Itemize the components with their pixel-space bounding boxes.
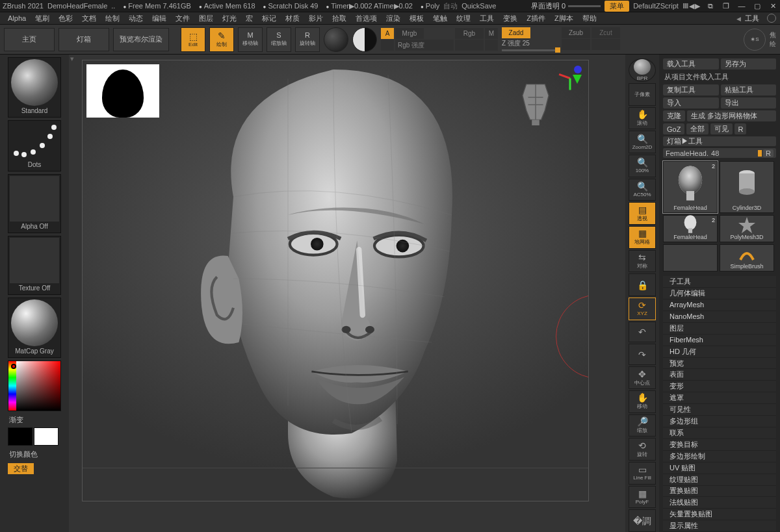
sv-gradient[interactable] bbox=[16, 361, 60, 411]
menu-render[interactable]: 渲染 bbox=[382, 12, 404, 25]
sub-visibility[interactable]: 可见性 bbox=[663, 404, 776, 416]
menu-file[interactable]: 文件 bbox=[172, 12, 194, 25]
menu-light[interactable]: 灯光 bbox=[218, 12, 240, 25]
local-sym-button[interactable]: ⇆对称 bbox=[629, 250, 656, 273]
sub-preview[interactable]: 预览 bbox=[663, 358, 776, 370]
main-color-swatch[interactable] bbox=[8, 427, 32, 446]
export-button[interactable]: 导出 bbox=[721, 97, 777, 108]
zoom2d-button[interactable]: 🔍Zoom2D bbox=[629, 131, 656, 153]
gradient-label[interactable]: 渐变 bbox=[8, 414, 66, 425]
load-tool-button[interactable]: 载入工具 bbox=[663, 58, 719, 70]
sub-subtool[interactable]: 子工具 bbox=[663, 276, 776, 288]
tool-slot-empty[interactable] bbox=[663, 244, 718, 272]
tool-polymesh3d[interactable]: PolyMesh3D bbox=[720, 215, 774, 242]
sub-nanomesh[interactable]: NanoMesh bbox=[663, 311, 776, 323]
sub-masking[interactable]: 遮罩 bbox=[663, 392, 776, 404]
actual-size-button[interactable]: 🔍100% bbox=[629, 155, 656, 177]
sub-arraymesh[interactable]: ArrayMesh bbox=[663, 299, 776, 311]
stroke-picker[interactable]: Dots bbox=[8, 120, 61, 171]
sub-uvmap[interactable]: UV 贴图 bbox=[663, 462, 776, 474]
menu-picker[interactable]: 拾取 bbox=[328, 12, 350, 25]
home-tab[interactable]: 主页 bbox=[4, 28, 55, 51]
sub-surface[interactable]: 表面 bbox=[663, 369, 776, 381]
menu-transform[interactable]: 变换 bbox=[499, 12, 521, 25]
overlap-icon[interactable]: ❐ bbox=[722, 1, 731, 10]
sub-texturemap[interactable]: 纹理贴图 bbox=[663, 474, 776, 486]
copy-tool-button[interactable]: 复制工具 bbox=[663, 84, 719, 95]
sub-contact[interactable]: 联系 bbox=[663, 427, 776, 439]
xyz-button[interactable]: ⟳XYZ bbox=[629, 298, 656, 320]
alpha-picker[interactable]: Alpha Off bbox=[8, 174, 61, 233]
tool-femalehead-2[interactable]: 2 FemaleHead bbox=[663, 215, 718, 242]
zcut-button[interactable]: Zcut bbox=[592, 27, 620, 38]
menu-texture[interactable]: 纹理 bbox=[452, 12, 474, 25]
live-boolean-tab[interactable]: 预览布尔渲染 bbox=[113, 28, 169, 51]
sub-fibermesh[interactable]: FiberMesh bbox=[663, 335, 776, 346]
viewport[interactable] bbox=[82, 60, 589, 501]
goz-r-button[interactable]: R bbox=[734, 123, 746, 134]
import-button[interactable]: 导入 bbox=[663, 97, 719, 108]
rot-left-button[interactable]: ↶ bbox=[629, 322, 656, 343]
load-from-project-label[interactable]: 从项目文件载入工具 bbox=[663, 71, 776, 82]
goz-button[interactable]: GoZ bbox=[663, 123, 684, 134]
quicksave-button[interactable]: QuickSave bbox=[462, 2, 496, 10]
sub-morph[interactable]: 变换目标 bbox=[663, 439, 776, 451]
menu-zscript[interactable]: Z脚本 bbox=[551, 12, 577, 25]
reference-thumbnail[interactable] bbox=[86, 64, 159, 118]
move-mode-button[interactable]: M移动轴 bbox=[238, 27, 263, 52]
clone-button[interactable]: 克隆 bbox=[663, 110, 685, 121]
edit-mode-button[interactable]: ⬚Edit bbox=[181, 27, 205, 52]
menu-marker[interactable]: 标记 bbox=[258, 12, 280, 25]
dock-icon[interactable]: ⧉ bbox=[706, 1, 715, 10]
bpr-button[interactable]: BPR bbox=[629, 58, 656, 82]
default-zscript[interactable]: DefaultZScript bbox=[633, 2, 679, 10]
menu-layer[interactable]: 图层 bbox=[195, 12, 217, 25]
mrgb-button[interactable]: Mrgb bbox=[395, 28, 424, 39]
menu-color[interactable]: 色彩 bbox=[55, 12, 77, 25]
goz-visible-button[interactable]: 可见 bbox=[710, 123, 733, 134]
rgb-button[interactable]: Rgb bbox=[455, 28, 484, 39]
tool-name-slider[interactable]: FemaleHead. 48 R bbox=[663, 148, 776, 158]
frame-button[interactable]: ✥中心点 bbox=[629, 366, 656, 389]
lightbox-tab[interactable]: 灯箱 bbox=[58, 28, 109, 51]
panel-cycle-button[interactable] bbox=[767, 14, 776, 23]
make-polymesh-button[interactable]: 生成 多边形网格物体 bbox=[687, 110, 776, 121]
ui-transparency-slider[interactable]: 界面透明 0 bbox=[531, 1, 601, 11]
sub-layers[interactable]: 图层 bbox=[663, 323, 776, 335]
spin-view-button[interactable]: ⟲旋转 bbox=[629, 438, 656, 461]
zsub-button[interactable]: Zsub bbox=[562, 27, 590, 38]
draw-mode-button[interactable]: ✎绘制 bbox=[209, 27, 234, 52]
tool-cylinder3d[interactable]: Cylinder3D bbox=[720, 161, 774, 213]
brush-settings-icon[interactable]: ✶S bbox=[744, 29, 766, 51]
menu-movie[interactable]: 影片 bbox=[305, 12, 327, 25]
paste-tool-button[interactable]: 粘贴工具 bbox=[721, 84, 777, 95]
menu-document[interactable]: 文档 bbox=[78, 12, 100, 25]
swap-button[interactable]: 交替 bbox=[8, 463, 34, 474]
rot-right-button[interactable]: ↷ bbox=[629, 344, 656, 365]
move-view-button[interactable]: ✋移动 bbox=[629, 390, 656, 413]
sub-vector-disp[interactable]: 矢量置换贴图 bbox=[663, 509, 776, 520]
minimize-icon[interactable]: — bbox=[737, 1, 746, 10]
menu-stroke[interactable]: 笔触 bbox=[429, 12, 451, 25]
menu-prefs[interactable]: 首选项 bbox=[352, 12, 381, 25]
subpixel-button[interactable]: 子像素 bbox=[629, 83, 656, 106]
sub-displacement[interactable]: 置换贴图 bbox=[663, 486, 776, 498]
switch-colors-label[interactable]: 切换颜色 bbox=[8, 448, 66, 459]
panel-collapse-icon[interactable] bbox=[736, 14, 741, 22]
sub-polypaint[interactable]: 多边形绘制 bbox=[663, 451, 776, 462]
sub-geometry[interactable]: 几何体编辑 bbox=[663, 288, 776, 299]
sculptris-toggle[interactable] bbox=[352, 27, 377, 52]
scroll-button[interactable]: ✋滚动 bbox=[629, 107, 656, 130]
menu-macro[interactable]: 宏 bbox=[242, 12, 257, 25]
texture-picker[interactable]: Texture Off bbox=[8, 236, 61, 295]
maximize-icon[interactable]: ▢ bbox=[753, 1, 762, 10]
extra-button[interactable]: �調 bbox=[629, 509, 656, 532]
goz-all-button[interactable]: 全部 bbox=[686, 123, 708, 134]
sub-polygroups[interactable]: 多边形组 bbox=[663, 416, 776, 427]
m-button[interactable]: M bbox=[485, 28, 498, 39]
close-icon[interactable]: ✕ bbox=[768, 1, 777, 10]
brush-picker[interactable]: Standard bbox=[8, 57, 61, 118]
menu-material[interactable]: 材质 bbox=[281, 12, 304, 25]
secondary-color-swatch[interactable] bbox=[34, 427, 58, 446]
z-intensity-slider[interactable]: Z 强度 25 bbox=[502, 39, 560, 51]
